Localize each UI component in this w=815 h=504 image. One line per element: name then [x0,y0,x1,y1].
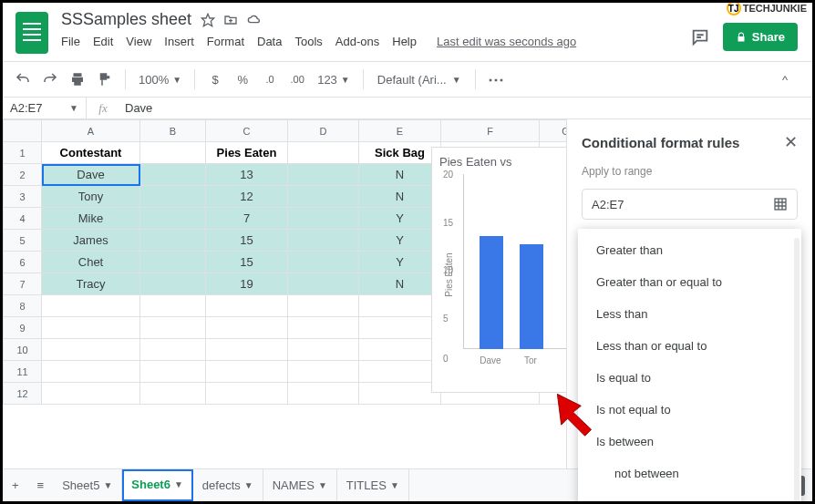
cell[interactable] [140,186,206,208]
cell[interactable] [288,230,359,252]
cell[interactable] [359,383,441,405]
cell[interactable]: 12 [206,186,288,208]
cell[interactable]: 13 [206,164,288,186]
formula-input[interactable]: Dave [119,101,152,115]
col-header[interactable]: A [42,120,140,142]
cell[interactable] [140,252,206,273]
cell[interactable]: Pies Eaten [206,142,288,164]
dropdown-item-equal[interactable]: Is equal to [578,362,801,394]
undo-icon[interactable] [12,68,34,90]
cell[interactable] [140,383,206,405]
cell[interactable]: 19 [206,273,288,295]
cell[interactable] [42,361,140,383]
decrease-decimal-button[interactable]: .0 [259,68,281,90]
doc-title[interactable]: SSSamples sheet [61,10,191,29]
row-header[interactable]: 12 [4,383,42,405]
menu-addons[interactable]: Add-ons [335,35,379,48]
cell[interactable]: 15 [206,230,288,252]
cell[interactable] [42,339,140,361]
percent-format-button[interactable]: % [232,68,253,90]
menu-edit[interactable]: Edit [93,35,113,48]
menu-insert[interactable]: Insert [164,35,194,48]
row-header[interactable]: 10 [4,339,42,361]
row-header[interactable]: 11 [4,361,42,383]
dropdown-item-greater-than[interactable]: Greater than [578,234,801,266]
sheet-tab[interactable]: Sheet6▼ [122,469,193,501]
share-button[interactable]: Share [723,23,798,51]
cell[interactable] [206,295,288,317]
paint-format-icon[interactable] [94,68,116,90]
cell[interactable]: 15 [206,252,288,273]
star-icon[interactable] [201,13,215,27]
cell[interactable] [288,252,359,273]
row-header[interactable]: 3 [4,186,42,208]
sheet-tab[interactable]: defects▼ [193,469,263,501]
cell[interactable]: Y [359,252,441,273]
dropdown-item-gte[interactable]: Greater than or equal to [578,266,801,298]
col-header[interactable]: B [140,120,206,142]
more-toolbar-icon[interactable]: ⋯ [485,68,507,90]
col-header[interactable]: F [441,120,540,142]
menu-file[interactable]: File [61,35,80,48]
cell[interactable] [288,317,359,339]
col-header[interactable]: D [288,120,359,142]
close-icon[interactable]: ✕ [784,132,798,152]
cell[interactable] [288,273,359,295]
row-header[interactable]: 6 [4,252,42,273]
cell[interactable]: Mike [42,208,140,230]
last-edit-link[interactable]: Last edit was seconds ago [437,35,576,48]
dropdown-item-less-than[interactable]: Less than [578,298,801,330]
cell[interactable] [140,142,206,164]
cell[interactable]: Dave [42,164,140,186]
col-header[interactable]: C [206,120,288,142]
cell[interactable] [359,361,441,383]
cell[interactable] [140,208,206,230]
increase-decimal-button[interactable]: .00 [286,68,308,90]
sheet-tab[interactable]: TITLES▼ [337,469,409,501]
all-sheets-button[interactable]: ≡ [28,469,54,501]
sheets-logo-icon[interactable] [15,12,48,54]
range-input[interactable]: A2:E7 [582,189,798,220]
print-icon[interactable] [67,68,88,90]
cell[interactable] [140,273,206,295]
cell[interactable] [206,317,288,339]
move-folder-icon[interactable] [222,13,239,27]
row-header[interactable]: 4 [4,208,42,230]
sheet-tab[interactable]: NAMES▼ [263,469,337,501]
row-header[interactable]: 9 [4,317,42,339]
redo-icon[interactable] [39,68,61,90]
cloud-status-icon[interactable] [246,13,263,27]
col-header[interactable]: G [540,120,567,142]
number-format-select[interactable]: 123▼ [314,73,354,87]
dropdown-scrollbar[interactable] [794,238,800,504]
cell[interactable]: James [42,230,140,252]
cell[interactable] [288,295,359,317]
row-header[interactable]: 7 [4,273,42,295]
cell[interactable] [140,164,206,186]
cell[interactable] [42,317,140,339]
menu-format[interactable]: Format [207,35,244,48]
col-header[interactable]: E [359,120,441,142]
cell[interactable]: Tracy [42,273,140,295]
cell[interactable] [288,361,359,383]
dropdown-item-not-between[interactable]: not between [578,458,801,489]
cell[interactable] [140,230,206,252]
cell[interactable] [359,295,441,317]
cell[interactable] [288,142,359,164]
cell[interactable] [359,317,441,339]
cell[interactable] [288,186,359,208]
cell[interactable] [206,339,288,361]
menu-data[interactable]: Data [257,35,282,48]
row-header[interactable]: 1 [4,142,42,164]
cell[interactable]: 7 [206,208,288,230]
cell[interactable]: Sick Bag [359,142,441,164]
cell[interactable]: Y [359,230,441,252]
cell[interactable] [288,383,359,405]
cell[interactable] [140,361,206,383]
grid-select-icon[interactable] [773,197,788,211]
dropdown-item-between[interactable]: Is between [578,426,801,458]
cell[interactable] [206,361,288,383]
row-header[interactable]: 2 [4,164,42,186]
dropdown-item-lte[interactable]: Less than or equal to [578,330,801,362]
sheet-tab[interactable]: Sheet5▼ [53,469,122,501]
